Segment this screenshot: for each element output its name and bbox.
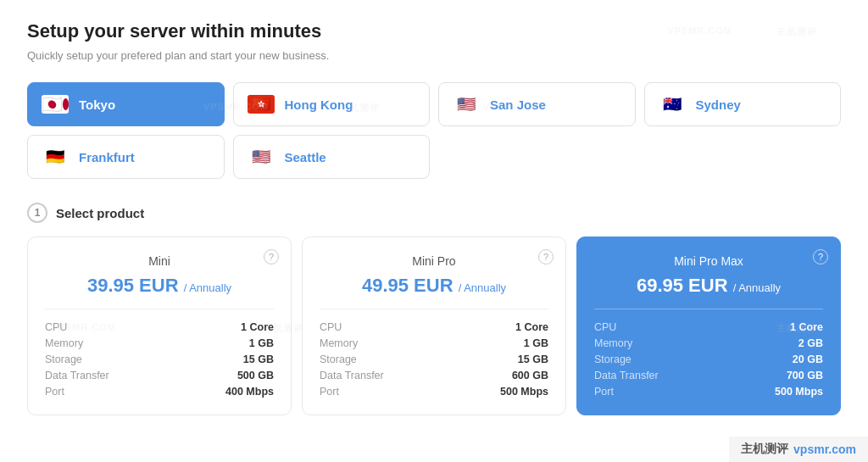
mini-pro-spec-cpu: CPU 1 Core [320, 321, 548, 333]
flag-sydney: 🇦🇺 [659, 95, 686, 114]
mini-pro-max-spec-transfer: Data Transfer 700 GB [594, 370, 823, 381]
mini-pro-spec-storage: Storage 15 GB [320, 353, 548, 365]
location-tokyo[interactable]: 🇯🇵 Tokyo [27, 82, 225, 126]
mini-pro-max-info-icon[interactable]: ? [813, 249, 828, 264]
mini-pro-name: Mini Pro [320, 254, 548, 268]
location-sydney[interactable]: 🇦🇺 Sydney [644, 82, 842, 126]
mini-pro-max-period: / Annually [733, 281, 781, 294]
flag-seattle: 🇺🇸 [248, 148, 275, 166]
product-mini-pro[interactable]: ? Mini Pro 49.95 EUR / Annually CPU 1 Co… [302, 237, 566, 415]
step-badge: 1 [27, 203, 47, 223]
mini-pro-spec-port: Port 500 Mbps [320, 386, 548, 398]
page-title: Setup your server within minutes [27, 20, 841, 42]
location-tokyo-label: Tokyo [79, 97, 115, 112]
section-title: Select product [56, 206, 144, 220]
location-hongkong-label: Hong Kong [285, 97, 353, 112]
flag-sanjose: 🇺🇸 [453, 95, 480, 114]
mini-pro-spec-transfer: Data Transfer 600 GB [320, 370, 548, 381]
mini-pro-price: 49.95 EUR / Annually [320, 275, 548, 297]
location-sanjose[interactable]: 🇺🇸 San Jose [438, 82, 636, 126]
location-seattle[interactable]: 🇺🇸 Seattle [233, 135, 431, 179]
location-sydney-label: Sydney [696, 97, 741, 112]
mini-pro-period: / Annually [459, 281, 506, 294]
product-mini[interactable]: ? Mini 39.95 EUR / Annually CPU 1 Core M… [27, 237, 292, 415]
location-frankfurt[interactable]: 🇩🇪 Frankfurt [27, 135, 225, 179]
mini-spec-transfer: Data Transfer 500 GB [45, 370, 274, 381]
flag-frankfurt: 🇩🇪 [42, 148, 69, 166]
mini-pro-max-specs: CPU 1 Core Memory 2 GB Storage 20 GB Dat… [594, 321, 823, 398]
flag-japan: 🇯🇵 [42, 95, 69, 114]
mini-period: / Annually [184, 281, 231, 294]
flag-hongkong: 🇭🇰 [248, 95, 275, 114]
mini-pro-specs: CPU 1 Core Memory 1 GB Storage 15 GB Dat… [320, 321, 548, 398]
bottom-watermark-bar: 主机测评 vpsmr.com [729, 437, 868, 462]
location-sanjose-label: San Jose [490, 97, 546, 112]
watermark-chinese: 主机测评 [741, 442, 788, 457]
mini-pro-max-spec-memory: Memory 2 GB [594, 337, 823, 349]
select-product-section: 1 Select product [27, 203, 841, 223]
mini-spec-storage: Storage 15 GB [45, 353, 274, 365]
watermark-url: vpsmr.com [793, 443, 856, 456]
location-seattle-label: Seattle [285, 150, 326, 164]
mini-pro-info-icon[interactable]: ? [538, 249, 554, 264]
location-hongkong[interactable]: 🇭🇰 Hong Kong [233, 82, 431, 126]
product-grid: ? Mini 39.95 EUR / Annually CPU 1 Core M… [27, 237, 841, 415]
page-subtitle: Quickly setup your prefered plan and sta… [27, 49, 841, 62]
mini-spec-cpu: CPU 1 Core [45, 321, 274, 333]
location-grid: 🇯🇵 Tokyo 🇭🇰 Hong Kong 🇺🇸 San Jose 🇦🇺 Syd… [27, 82, 841, 179]
mini-specs: CPU 1 Core Memory 1 GB Storage 15 GB Dat… [45, 321, 274, 398]
mini-pro-max-spec-storage: Storage 20 GB [594, 353, 823, 365]
product-mini-pro-max[interactable]: ? Mini Pro Max 69.95 EUR / Annually CPU … [576, 237, 841, 415]
mini-pro-max-name: Mini Pro Max [594, 254, 823, 268]
mini-spec-memory: Memory 1 GB [45, 337, 274, 349]
mini-pro-max-spec-port: Port 500 Mbps [594, 386, 823, 398]
mini-pro-max-spec-cpu: CPU 1 Core [594, 321, 823, 333]
mini-pro-spec-memory: Memory 1 GB [320, 337, 548, 349]
mini-pro-max-price: 69.95 EUR / Annually [594, 275, 823, 297]
mini-spec-port: Port 400 Mbps [45, 386, 274, 398]
location-frankfurt-label: Frankfurt [79, 150, 135, 164]
mini-info-icon[interactable]: ? [264, 249, 279, 264]
mini-name: Mini [45, 254, 274, 268]
mini-price: 39.95 EUR / Annually [45, 275, 274, 297]
